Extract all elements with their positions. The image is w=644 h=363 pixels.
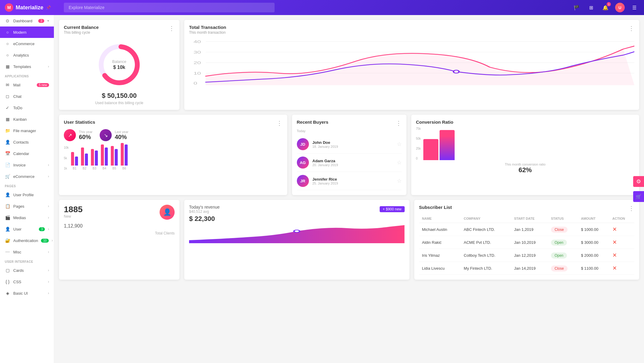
conv-y-axis: 75k 50k 25k 0 [416,127,421,160]
folder-icon: 📁 [5,128,10,133]
bar-chart: B1B2B3B4B5B6 [71,146,282,170]
section-ui: USER INTERFACE [0,258,54,265]
sidebar-item-kanban[interactable]: ▦ Kanban [0,113,54,125]
stat-last-year: ↘ Last year 40% [100,129,128,141]
delete-icon[interactable]: ✕ [612,226,617,232]
sidebar-item-templates[interactable]: ▦ Templates › [0,61,54,72]
buyer-name: John Doe [313,140,393,145]
delete-icon[interactable]: ✕ [612,265,617,271]
notification-icon[interactable]: 🔔 1 [601,3,610,12]
notification-badge: 1 [607,2,611,6]
stats-card: User Statistics ⋮ ↗ This year 60% ↘ [59,115,287,195]
sidebar-item-auth[interactable]: 🔐 Authentication 10 › [0,235,54,246]
sidebar-item-chat[interactable]: ◻ Chat [0,91,54,102]
sidebar-item-invoice[interactable]: 📄 Invoice › [0,159,54,171]
bar-group: B6 [121,143,128,170]
transaction-menu[interactable]: ⋮ [628,25,634,32]
sidebar-item-cards[interactable]: ▢ Cards › [0,265,54,276]
main-layout: ⊙ Dashboard 3 ▾ ○ Modern ○ eCommerce ○ A… [0,15,644,363]
cell-date: Jan 14,2019 [511,262,548,275]
bar-group: B3 [91,149,98,170]
chevron-right-icon: › [48,163,49,167]
sidebar-item-calendar[interactable]: 📅 Calendar [0,148,54,159]
settings-fab[interactable]: ⚙ [633,176,644,187]
sidebar-item-modern[interactable]: ○ Modern [0,26,54,38]
stat-year-info: This year 60% [79,130,92,141]
cell-status: Close [548,262,578,275]
sidebar-item-pages[interactable]: 📋 Pages › [0,200,54,212]
sidebar-item-basicui[interactable]: ◈ Basic UI › [0,287,54,299]
svg-text:20: 20 [194,61,201,65]
subscriber-header: Subscriber List ⋮ [419,205,635,212]
sidebar-item-misc[interactable]: ⋯ Misc › [0,246,54,258]
buyer-date: 25. January 2019 [313,182,393,185]
star-icon[interactable]: ☆ [397,159,402,166]
buyer-date: 18. January 2019 [313,145,393,148]
avatar[interactable]: U [615,3,625,12]
invoice-icon: 📄 [5,162,10,168]
dot-icon: ○ [5,41,10,46]
bar-purple [105,147,108,166]
star-icon[interactable]: ☆ [397,178,402,184]
sidebar-item-contacts[interactable]: 👤 Contacts [0,136,54,148]
sidebar-item-todo[interactable]: ✓ ToDo [0,102,54,113]
buyers-card: Recent Buyers ⋮ Today JDJohn Doe18. Janu… [292,115,406,195]
subscriber-menu[interactable]: ⋮ [628,205,634,212]
bar-label: B5 [113,167,116,170]
chevron-down-icon: ▾ [47,19,49,23]
search-container [64,3,567,12]
sidebar-item-filemanager[interactable]: 📁 File manager [0,125,54,136]
dot-icon: ○ [5,52,10,58]
cell-name: Iris Yilmaz [419,249,461,262]
bar-label: B3 [93,167,96,170]
sidebar-label-ecommerce2: eCommerce [13,174,45,179]
conv-bar-purple [440,130,455,160]
col-name: NAME [419,214,461,223]
pin-icon[interactable]: 📌 [46,5,51,10]
section-applications: APPLICATIONS [0,72,54,79]
fullscreen-icon[interactable]: ⊞ [586,3,596,12]
sidebar-item-dashboard[interactable]: ⊙ Dashboard 3 ▾ [0,15,54,26]
cell-date: Jan 10,2019 [511,236,548,249]
stats-title: User Statistics [64,119,95,125]
y-label-5k: 5k [64,157,69,160]
sidebar-item-medias[interactable]: 🎬 Medias › [0,212,54,223]
sidebar-item-user[interactable]: 👤 User 3 › [0,223,54,235]
mail-icon: ✉ [5,82,10,88]
sidebar-item-ecommerce2[interactable]: 🛒 eCommerce › [0,171,54,182]
buyers-menu[interactable]: ⋮ [396,119,402,127]
contacts-icon: 👤 [5,139,10,145]
subscriber-card: Subscriber List ⋮ NAME COMPANY START DAT… [414,200,639,280]
menu-icon[interactable]: ☰ [630,3,639,12]
star-icon[interactable]: ☆ [397,141,402,147]
bar-pink [101,144,104,166]
sidebar-label-contacts: Contacts [13,140,49,144]
bar-purple [115,149,118,166]
revenue-header: Today's revenue $40,512 avg + $900 new [189,205,405,214]
search-input[interactable] [64,3,275,12]
sidebar-item-analytics[interactable]: ○ Analytics [0,49,54,61]
bar-chart-area: 10k 5k 1k B1B2B3B4B5B6 [64,146,282,170]
sidebar-item-userprofile[interactable]: 👤 User Profile [0,189,54,200]
sidebar-item-ecommerce[interactable]: ○ eCommerce [0,38,54,49]
balance-card: Current Balance This billing cycle ⋮ Bal… [59,20,179,110]
top-navigation: M Materialize 📌 🏴 ⊞ 🔔 1 U ☰ [0,0,644,15]
balance-menu[interactable]: ⋮ [169,25,175,32]
stats-menu[interactable]: ⋮ [276,119,282,127]
cart-fab[interactable]: 🛒 [633,191,644,202]
svg-text:10: 10 [194,71,201,75]
row-1: Current Balance This billing cycle ⋮ Bal… [59,20,639,110]
sidebar-item-css[interactable]: { } CSS › [0,276,54,287]
area-chart-svg [189,225,405,243]
chevron-right-icon: › [48,280,49,284]
cell-company: My Fintech LTD. [461,262,511,275]
bar-pink [81,147,84,166]
delete-icon[interactable]: ✕ [612,252,617,258]
delete-icon[interactable]: ✕ [612,239,617,245]
flag-icon[interactable]: 🏴 [572,3,581,12]
cell-action: ✕ [609,262,634,275]
chevron-right-icon: › [52,238,53,243]
sidebar-item-mail[interactable]: ✉ Mail 5 new [0,79,54,91]
buyers-section-label: Today [297,129,402,133]
user-badge: 3 [39,227,45,231]
